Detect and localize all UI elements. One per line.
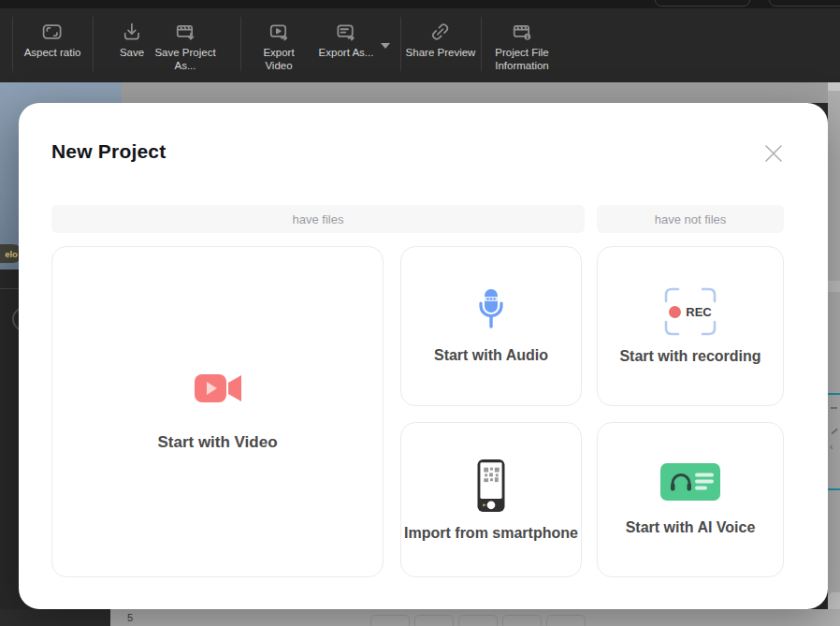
background-button (502, 615, 542, 626)
card-start-with-audio[interactable]: Start with Audio (400, 246, 582, 406)
toolbar-export-video-button[interactable]: Export Video (256, 22, 301, 73)
share-preview-icon (430, 22, 451, 42)
toolbar-label: Save (120, 47, 144, 60)
save-icon (122, 22, 142, 42)
card-start-with-ai-voice[interactable]: Start with AI Voice (597, 422, 784, 577)
toolbar-label: Export Video (256, 47, 301, 73)
card-label: Import from smartphone (404, 525, 578, 542)
background-button (370, 615, 410, 626)
window-top-strip (0, 0, 840, 8)
card-label: Start with AI Voice (626, 519, 756, 536)
background-divider (0, 288, 19, 289)
toolbar-save-button[interactable]: Save (120, 22, 144, 60)
modal-title: New Project (51, 140, 166, 163)
background-button (458, 615, 498, 626)
card-start-with-video[interactable]: Start with Video (51, 246, 384, 577)
toolbar-label: Share Preview (406, 47, 476, 60)
background-button (546, 615, 586, 626)
save-project-as-icon (175, 22, 196, 42)
timeline-tick-label: 5 (127, 612, 133, 623)
diagonal-mark (831, 429, 837, 434)
section-header-have-not-files: have not files (597, 205, 784, 233)
video-camera-icon (195, 371, 241, 409)
card-label: Start with recording (619, 348, 760, 365)
project-file-info-icon (512, 22, 532, 42)
card-label: Start with Video (157, 433, 277, 452)
toolbar-divider (400, 17, 401, 71)
minus-icon (831, 407, 837, 409)
toolbar-label: Save Project As... (150, 47, 221, 73)
background-button (414, 615, 454, 626)
section-header-have-files: have files (51, 205, 585, 233)
card-start-with-recording[interactable]: REC Start with recording (597, 246, 784, 406)
section-label: have files (293, 212, 344, 226)
microphone-icon (471, 288, 511, 333)
ai-voice-icon (660, 463, 720, 504)
export-video-icon (268, 22, 289, 42)
toolbar-label: Aspect ratio (24, 47, 81, 60)
toolbar-divider (12, 17, 13, 71)
app-screen: Aspect ratio Save Save Project As... Exp… (0, 0, 840, 626)
toolbar-label: Project File Information (485, 47, 559, 73)
toolbar-export-as-button[interactable]: Export As... (319, 22, 374, 60)
toolbar-label: Export As... (319, 47, 374, 60)
rec-viewfinder-icon: REC (663, 287, 717, 336)
close-button[interactable] (759, 138, 789, 168)
panel-edge (828, 281, 840, 292)
smartphone-qr-icon (472, 459, 510, 517)
card-import-from-smartphone[interactable]: Import from smartphone (400, 422, 582, 577)
dropdown-caret-icon[interactable] (381, 43, 390, 49)
chevron-left-icon: ‹ (830, 442, 840, 452)
new-project-modal: New Project have files have not files St… (19, 103, 828, 609)
background-button (655, 0, 750, 7)
aspect-ratio-icon (42, 22, 63, 42)
section-label: have not files (655, 212, 727, 226)
toolbar-aspect-ratio-button[interactable]: Aspect ratio (24, 22, 81, 60)
background-panel-top (122, 82, 828, 103)
toolbar-divider (240, 17, 241, 71)
background-button (769, 0, 840, 7)
accent-line (828, 488, 840, 490)
background-panel-right: ‹ (828, 82, 840, 626)
panel-edge (828, 82, 840, 91)
close-icon (762, 142, 785, 165)
toolbar-project-file-info-button[interactable]: Project File Information (485, 22, 559, 73)
toolbar-share-preview-button[interactable]: Share Preview (406, 22, 476, 60)
export-as-icon (336, 22, 356, 42)
main-toolbar: Aspect ratio Save Save Project As... Exp… (0, 8, 840, 82)
toolbar-divider (93, 17, 94, 71)
timeline-strip: 5 (0, 609, 840, 626)
toolbar-divider (481, 17, 482, 71)
toolbar-save-project-as-button[interactable]: Save Project As... (150, 22, 221, 73)
accent-line (828, 393, 840, 395)
timeline-header (0, 609, 110, 626)
card-label: Start with Audio (434, 347, 548, 364)
